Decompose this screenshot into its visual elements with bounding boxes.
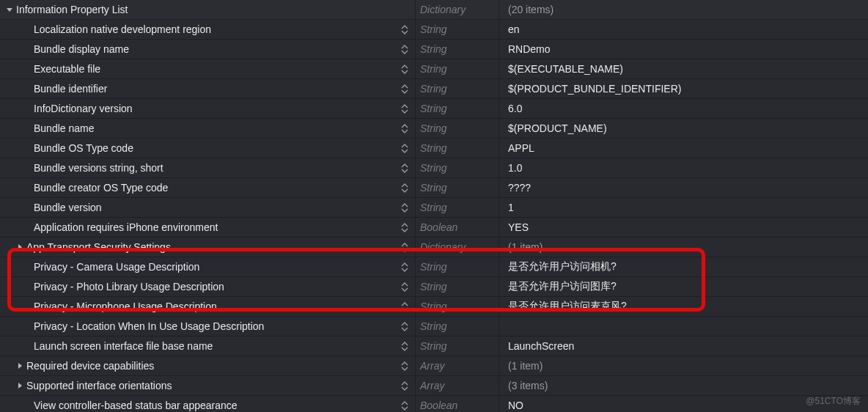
type-cell[interactable]: Dictionary — [415, 238, 499, 257]
key-cell[interactable]: Privacy - Location When In Use Usage Des… — [0, 317, 415, 336]
key-popup-stepper-icon[interactable] — [400, 400, 409, 411]
disclosure-triangle-right-icon[interactable] — [15, 382, 25, 389]
key-popup-stepper-icon[interactable] — [400, 142, 409, 154]
type-cell[interactable]: String — [415, 99, 499, 118]
value-cell[interactable]: $(EXECUTABLE_NAME) — [499, 59, 868, 78]
plist-row[interactable]: View controller-based status bar appeara… — [0, 396, 868, 412]
value-cell[interactable]: 是否允许用户访问麦克风? — [499, 297, 868, 316]
key-cell[interactable]: Bundle display name — [0, 40, 415, 59]
key-cell[interactable]: Bundle creator OS Type code — [0, 178, 415, 197]
key-cell[interactable]: InfoDictionary version — [0, 99, 415, 118]
value-cell[interactable] — [499, 317, 868, 336]
type-cell[interactable]: Boolean — [415, 396, 499, 412]
type-cell[interactable]: String — [415, 158, 499, 177]
key-popup-stepper-icon[interactable] — [400, 103, 409, 114]
key-popup-stepper-icon[interactable] — [400, 162, 409, 174]
type-cell[interactable]: String — [415, 317, 499, 336]
key-cell[interactable]: Application requires iPhone environment — [0, 218, 415, 237]
value-cell[interactable]: (1 item) — [499, 238, 868, 257]
value-cell[interactable]: en — [499, 20, 868, 39]
value-cell[interactable]: 是否允许用户访问图库? — [499, 277, 868, 296]
disclosure-triangle-down-icon[interactable] — [4, 6, 15, 13]
disclosure-triangle-right-icon[interactable] — [15, 243, 25, 251]
key-cell[interactable]: Launch screen interface file base name — [0, 336, 415, 356]
type-cell[interactable]: String — [415, 139, 499, 158]
key-popup-stepper-icon[interactable] — [400, 63, 409, 75]
type-cell[interactable]: String — [415, 79, 499, 98]
key-cell[interactable]: Bundle OS Type code — [0, 139, 415, 158]
plist-row[interactable]: Privacy - Location When In Use Usage Des… — [0, 317, 868, 336]
type-cell[interactable]: String — [415, 336, 499, 356]
plist-row[interactable]: Privacy - Microphone Usage DescriptionSt… — [0, 297, 868, 317]
value-cell[interactable]: (20 items) — [499, 0, 868, 19]
key-cell[interactable]: Privacy - Microphone Usage Description — [0, 297, 415, 316]
key-popup-stepper-icon[interactable] — [400, 202, 409, 213]
type-cell[interactable]: String — [415, 119, 499, 138]
value-cell[interactable]: $(PRODUCT_NAME) — [499, 119, 868, 138]
plist-row[interactable]: Bundle versionString1 — [0, 198, 868, 218]
value-cell[interactable]: 是否允许用户访问相机? — [499, 257, 868, 276]
type-cell[interactable]: Array — [415, 376, 499, 395]
key-cell[interactable]: Information Property List — [0, 0, 415, 19]
value-cell[interactable]: LaunchScreen — [499, 336, 868, 356]
key-popup-stepper-icon[interactable] — [400, 122, 409, 134]
type-cell[interactable]: String — [415, 178, 499, 197]
key-cell[interactable]: Localization native development region — [0, 20, 415, 39]
plist-root-row[interactable]: Information Property List Dictionary (20… — [0, 0, 868, 20]
plist-row[interactable]: App Transport Security SettingsDictionar… — [0, 238, 868, 257]
key-popup-stepper-icon[interactable] — [400, 340, 409, 352]
key-cell[interactable]: Privacy - Photo Library Usage Descriptio… — [0, 277, 415, 296]
key-cell[interactable]: App Transport Security Settings — [0, 238, 415, 257]
key-cell[interactable]: Executable file — [0, 59, 415, 78]
type-cell[interactable]: String — [415, 297, 499, 316]
key-popup-stepper-icon[interactable] — [400, 261, 409, 273]
type-cell[interactable]: String — [415, 20, 499, 39]
value-cell[interactable]: 6.0 — [499, 99, 868, 118]
value-cell[interactable]: $(PRODUCT_BUNDLE_IDENTIFIER) — [499, 79, 868, 98]
plist-row[interactable]: Bundle creator OS Type codeString???? — [0, 178, 868, 198]
plist-row[interactable]: Bundle nameString$(PRODUCT_NAME) — [0, 119, 868, 139]
plist-row[interactable]: Required device capabilitiesArray(1 item… — [0, 356, 868, 376]
key-popup-stepper-icon[interactable] — [400, 241, 409, 253]
plist-row[interactable]: Bundle display nameStringRNDemo — [0, 40, 868, 59]
key-cell[interactable]: Bundle version — [0, 198, 415, 217]
key-cell[interactable]: Supported interface orientations — [0, 376, 415, 395]
value-cell[interactable]: ???? — [499, 178, 868, 197]
type-cell[interactable]: Boolean — [415, 218, 499, 237]
key-popup-stepper-icon[interactable] — [400, 23, 409, 35]
plist-row[interactable]: Bundle identifierString$(PRODUCT_BUNDLE_… — [0, 79, 868, 99]
disclosure-triangle-right-icon[interactable] — [15, 362, 25, 369]
type-cell[interactable]: String — [415, 40, 499, 59]
key-cell[interactable]: Required device capabilities — [0, 356, 415, 375]
plist-row[interactable]: Bundle OS Type codeStringAPPL — [0, 139, 868, 158]
plist-row[interactable]: Executable fileString$(EXECUTABLE_NAME) — [0, 59, 868, 79]
type-cell[interactable]: String — [415, 198, 499, 217]
plist-row[interactable]: Supported interface orientationsArray(3 … — [0, 376, 868, 396]
plist-row[interactable]: Localization native development regionSt… — [0, 20, 868, 40]
key-popup-stepper-icon[interactable] — [400, 182, 409, 194]
key-popup-stepper-icon[interactable] — [400, 83, 409, 95]
key-cell[interactable]: Privacy - Camera Usage Description — [0, 257, 415, 276]
plist-row[interactable]: Application requires iPhone environmentB… — [0, 218, 868, 238]
key-popup-stepper-icon[interactable] — [400, 320, 409, 332]
plist-row[interactable]: Bundle versions string, shortString1.0 — [0, 158, 868, 178]
type-cell[interactable]: String — [415, 277, 499, 296]
key-cell[interactable]: View controller-based status bar appeara… — [0, 396, 415, 412]
value-cell[interactable]: 1.0 — [499, 158, 868, 177]
value-cell[interactable]: APPL — [499, 139, 868, 158]
key-popup-stepper-icon[interactable] — [400, 360, 409, 372]
plist-row[interactable]: Privacy - Photo Library Usage Descriptio… — [0, 277, 868, 297]
key-popup-stepper-icon[interactable] — [400, 221, 409, 233]
key-popup-stepper-icon[interactable] — [400, 281, 409, 293]
key-popup-stepper-icon[interactable] — [400, 301, 409, 312]
key-cell[interactable]: Bundle name — [0, 119, 415, 138]
key-cell[interactable]: Bundle identifier — [0, 79, 415, 98]
key-popup-stepper-icon[interactable] — [400, 43, 409, 55]
value-cell[interactable]: 1 — [499, 198, 868, 217]
value-cell[interactable]: RNDemo — [499, 40, 868, 59]
key-popup-stepper-icon[interactable] — [400, 380, 409, 391]
type-cell[interactable]: Dictionary — [415, 0, 499, 19]
type-cell[interactable]: String — [415, 257, 499, 276]
value-cell[interactable]: (1 item) — [499, 356, 868, 375]
value-cell[interactable]: (3 items) — [499, 376, 868, 395]
